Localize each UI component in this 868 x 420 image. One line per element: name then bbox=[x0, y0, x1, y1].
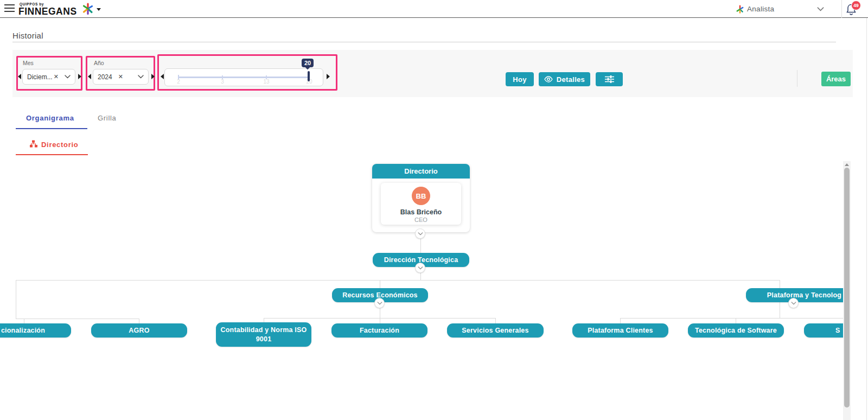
month-prev-button[interactable] bbox=[18, 74, 21, 79]
tab-grilla[interactable]: Grilla bbox=[98, 114, 117, 122]
chevron-down-icon bbox=[418, 266, 423, 270]
collapse-chevron-button[interactable] bbox=[788, 298, 799, 308]
avatar: BB bbox=[412, 187, 430, 205]
timeline-slider[interactable]: 2 3 13 20 bbox=[164, 68, 323, 86]
org-node-label: Facturación bbox=[360, 327, 399, 334]
connector bbox=[24, 319, 24, 323]
user-chevron-icon[interactable] bbox=[817, 7, 824, 11]
slider-value-tooltip: 20 bbox=[302, 59, 314, 67]
org-node-label: AGRO bbox=[129, 327, 149, 334]
today-button[interactable]: Hoy bbox=[506, 72, 534, 86]
scrollbar-up-arrow[interactable] bbox=[845, 163, 849, 166]
collapse-chevron-button[interactable] bbox=[415, 228, 425, 239]
org-node-plataforma-clientes[interactable]: Plataforma Clientes bbox=[572, 323, 668, 338]
page-title: Historial bbox=[12, 31, 43, 40]
org-node-label: Plataforma y Tecnolog bbox=[767, 291, 841, 299]
org-node-title: Directorio bbox=[372, 164, 470, 179]
slider-tick-label: 2 bbox=[177, 79, 180, 85]
chevron-down-icon bbox=[418, 232, 423, 236]
year-filter-label: Año bbox=[94, 60, 104, 66]
brand-caret-icon[interactable] bbox=[97, 8, 101, 11]
tab-active-underline bbox=[16, 128, 87, 129]
month-chevron-icon bbox=[65, 75, 71, 79]
collapse-chevron-button[interactable] bbox=[415, 263, 425, 273]
areas-button[interactable]: Áreas bbox=[821, 72, 851, 86]
slider-thumb[interactable] bbox=[308, 71, 310, 81]
brand-finnegans-label: FINNEGANS bbox=[18, 6, 77, 17]
toolbar-divider bbox=[797, 70, 797, 87]
org-node-servicios-generales[interactable]: Servicios Generales bbox=[447, 323, 544, 338]
connector bbox=[380, 318, 380, 323]
slider-tick-label: 3 bbox=[221, 79, 224, 85]
month-select-value: Diciem... bbox=[27, 73, 53, 81]
connector bbox=[620, 318, 621, 323]
connector bbox=[380, 280, 380, 288]
slider-next-button[interactable] bbox=[327, 74, 330, 79]
topbar: QUIPPOS by FINNEGANS Analista bbox=[0, 0, 868, 18]
subtab-directorio[interactable]: Directorio bbox=[41, 141, 78, 149]
connector bbox=[139, 319, 139, 323]
person-name: Blas Briceño bbox=[381, 208, 461, 216]
org-node-label: S bbox=[835, 327, 840, 334]
year-next-button[interactable] bbox=[151, 74, 155, 79]
finnegans-logo-icon bbox=[81, 2, 95, 16]
scrollbar-thumb[interactable] bbox=[844, 168, 850, 408]
month-filter-label: Mes bbox=[23, 60, 34, 66]
details-button[interactable]: Detalles bbox=[539, 72, 590, 86]
year-select[interactable]: 2024 ✕ bbox=[93, 69, 149, 85]
chevron-down-icon bbox=[791, 302, 796, 305]
menu-icon[interactable] bbox=[4, 4, 15, 14]
org-node-internacionalizacion[interactable]: cionalización bbox=[0, 323, 71, 338]
org-node-label: Contabilidad y Norma ISO 9001 bbox=[218, 326, 309, 344]
details-button-label: Detalles bbox=[557, 75, 585, 84]
connector bbox=[16, 280, 780, 281]
collapse-chevron-button[interactable] bbox=[374, 298, 385, 308]
org-tree-icon bbox=[30, 140, 37, 148]
org-node-contabilidad-iso[interactable]: Contabilidad y Norma ISO 9001 bbox=[216, 322, 311, 347]
org-node-facturacion[interactable]: Facturación bbox=[331, 323, 427, 338]
person-role: CEO bbox=[381, 217, 461, 223]
connector bbox=[620, 318, 843, 319]
right-panel-border bbox=[866, 18, 867, 420]
connector bbox=[16, 319, 139, 319]
year-select-value: 2024 bbox=[98, 73, 112, 81]
chevron-down-icon bbox=[377, 302, 382, 305]
topbar-divider bbox=[841, 0, 842, 18]
year-chevron-icon bbox=[138, 75, 144, 79]
brand-quippos-label: QUIPPOS by bbox=[20, 2, 44, 6]
slider-tick-label: 13 bbox=[263, 79, 269, 85]
tab-organigrama[interactable]: Organigrama bbox=[26, 114, 74, 122]
year-prev-button[interactable] bbox=[88, 74, 91, 79]
user-role-label: Analista bbox=[747, 5, 774, 13]
user-role-icon bbox=[736, 5, 744, 14]
org-node-label: Tecnológica de Software bbox=[695, 327, 777, 334]
month-select[interactable]: Diciem... ✕ bbox=[22, 69, 75, 85]
title-rule bbox=[12, 42, 836, 42]
slider-track[interactable] bbox=[178, 77, 309, 78]
month-clear-icon[interactable]: ✕ bbox=[54, 73, 59, 80]
org-node-label: Servicios Generales bbox=[462, 327, 528, 334]
org-node-agro[interactable]: AGRO bbox=[91, 323, 187, 338]
org-node-tecnologica-de-software[interactable]: Tecnológica de Software bbox=[688, 323, 784, 338]
month-next-button[interactable] bbox=[78, 74, 81, 79]
connector bbox=[780, 302, 780, 318]
year-clear-icon[interactable]: ✕ bbox=[118, 73, 123, 80]
org-node-cut-right[interactable]: S bbox=[804, 323, 843, 338]
slider-prev-button[interactable] bbox=[161, 74, 164, 79]
connector bbox=[780, 280, 780, 288]
connector bbox=[495, 318, 496, 323]
notification-badge: 49 bbox=[851, 1, 861, 10]
connector bbox=[16, 280, 16, 319]
org-node-directorio[interactable]: Directorio BB Blas Briceño CEO bbox=[372, 164, 470, 232]
person-card[interactable]: BB Blas Briceño CEO bbox=[381, 183, 461, 225]
eye-icon bbox=[544, 76, 553, 82]
org-chart: Directorio BB Blas Briceño CEO Dirección… bbox=[0, 155, 843, 420]
connector bbox=[736, 318, 736, 323]
org-node-label: cionalización bbox=[1, 327, 45, 334]
org-node-label: Plataforma Clientes bbox=[588, 327, 653, 334]
app-window: QUIPPOS by FINNEGANS Analista bbox=[0, 0, 868, 420]
tune-icon bbox=[605, 75, 614, 83]
filter-settings-button[interactable] bbox=[596, 72, 623, 86]
